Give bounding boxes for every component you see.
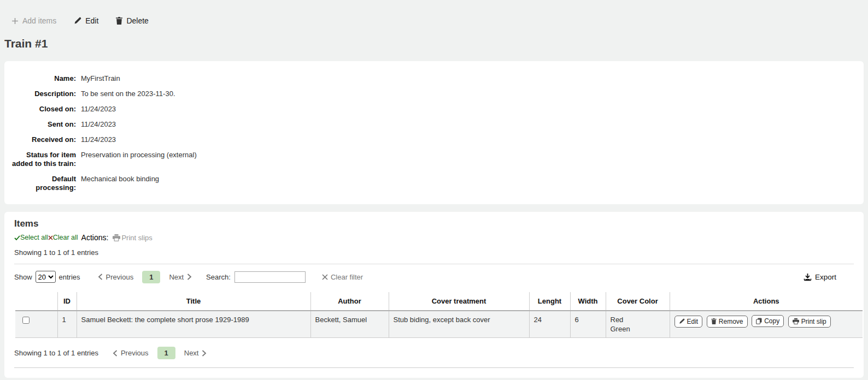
chevron-left-icon [98, 274, 103, 280]
divider [14, 264, 854, 264]
page-number-button[interactable]: 1 [142, 271, 160, 283]
column-header-author[interactable]: Author [310, 292, 389, 311]
edit-label: Edit [85, 16, 98, 25]
row-edit-label: Edit [687, 318, 699, 325]
column-header-title[interactable]: Title [77, 292, 310, 311]
previous-page-button[interactable]: Previous [98, 273, 134, 281]
items-panel: Items Select all Clear all Actions: Prin… [4, 212, 864, 378]
table-controls: Show 20 entries Previous 1 Next Search [14, 269, 854, 284]
printer-icon [793, 318, 799, 324]
trash-icon [711, 318, 717, 324]
chevron-left-icon [113, 350, 118, 357]
detail-row-sent-on: Sent on: 11/24/2023 [10, 120, 858, 129]
select-all-label: Select all [20, 233, 48, 242]
detail-label: Status for item added to this train: [10, 151, 76, 168]
search-group: Search: [206, 271, 306, 283]
add-items-label: Add items [22, 16, 56, 25]
detail-value: 11/24/2023 [81, 120, 858, 129]
row-remove-label: Remove [719, 318, 743, 325]
trash-icon [116, 17, 122, 25]
export-button[interactable]: Export [804, 273, 836, 281]
pagination-bottom: Previous 1 Next [113, 347, 207, 359]
cover-color-cell: Red Green [606, 311, 670, 338]
actions-label: Actions: [81, 233, 109, 242]
row-remove-button[interactable]: Remove [707, 316, 748, 328]
clear-all-link[interactable]: Clear all [48, 233, 78, 242]
lenght-cell: 24 [529, 311, 570, 338]
column-header-actions: Actions [670, 292, 863, 311]
printer-icon [113, 234, 120, 241]
chevron-right-icon [187, 274, 192, 280]
table-row: 1 Samuel Beckett: the complete short pro… [15, 311, 863, 338]
detail-label: Received on: [10, 135, 76, 144]
delete-label: Delete [126, 16, 148, 25]
chevron-right-icon [202, 350, 207, 357]
detail-row-status: Status for item added to this train: Pre… [10, 151, 858, 168]
column-header-cover-color[interactable]: Cover Color [606, 292, 670, 311]
divider-bottom [14, 367, 854, 368]
train-details-panel: Name: MyFirstTrain Description: To be se… [4, 61, 864, 204]
pencil-icon [74, 17, 81, 25]
cover-color-line: Green [611, 324, 665, 334]
edit-button[interactable]: Edit [74, 16, 98, 25]
detail-row-name: Name: MyFirstTrain [10, 74, 858, 83]
download-icon [804, 273, 812, 281]
detail-row-closed-on: Closed on: 11/24/2023 [10, 105, 858, 114]
page-size-select[interactable]: 20 [36, 271, 56, 283]
page-title: Train #1 [4, 37, 868, 50]
column-header-lenght[interactable]: Lenght [529, 292, 570, 311]
width-cell: 6 [570, 311, 606, 338]
table-footer: Showing 1 to 1 of 1 entries Previous 1 N… [14, 347, 858, 359]
column-header-width[interactable]: Width [570, 292, 606, 311]
detail-value: Mechanical book binding [81, 175, 858, 192]
delete-button[interactable]: Delete [116, 16, 148, 25]
detail-label: Sent on: [10, 120, 76, 129]
add-items-button[interactable]: Add items [11, 16, 56, 25]
items-table: ID Title Author Cover treatment Lenght W… [15, 292, 863, 338]
previous-page-button-bottom[interactable]: Previous [113, 349, 149, 357]
detail-label: Name: [10, 74, 76, 83]
items-actions-bar: Select all Clear all Actions: Print slip… [14, 233, 858, 242]
column-header-checkbox [15, 292, 57, 311]
next-label-bottom: Next [184, 349, 199, 357]
detail-row-received-on: Received on: 11/24/2023 [10, 135, 858, 144]
copy-icon [756, 318, 762, 324]
pagination-top: Previous 1 Next [98, 271, 192, 283]
title-cell: Samuel Beckett: the complete short prose… [77, 311, 310, 338]
cover-treatment-cell: Stub biding, except back cover [389, 311, 529, 338]
row-copy-button[interactable]: Copy [752, 315, 784, 327]
detail-value: MyFirstTrain [81, 74, 858, 83]
actions-cell: Edit Remove Copy [670, 311, 863, 338]
show-label: Show [14, 273, 32, 281]
row-edit-button[interactable]: Edit [675, 316, 703, 328]
column-header-cover-treatment[interactable]: Cover treatment [389, 292, 529, 311]
clear-filter-label: Clear filter [331, 273, 363, 281]
print-slips-label: Print slips [121, 233, 152, 242]
select-all-link[interactable]: Select all [14, 233, 48, 242]
detail-row-default-processing: Default processing: Mechanical book bind… [10, 175, 858, 192]
row-copy-label: Copy [764, 317, 779, 325]
items-heading: Items [14, 218, 858, 229]
row-select-checkbox[interactable] [22, 317, 30, 324]
column-header-id[interactable]: ID [57, 292, 77, 311]
print-slips-button[interactable]: Print slips [113, 233, 152, 242]
id-cell: 1 [57, 311, 77, 338]
next-page-button[interactable]: Next [169, 273, 192, 281]
next-page-button-bottom[interactable]: Next [184, 349, 207, 357]
search-input[interactable] [234, 271, 306, 283]
detail-value: To be sent on the 2023-11-30. [81, 90, 858, 98]
previous-label: Previous [106, 273, 134, 281]
previous-label-bottom: Previous [121, 349, 149, 357]
x-icon [322, 274, 328, 280]
page-number-button-bottom[interactable]: 1 [157, 347, 175, 359]
clear-filter-button[interactable]: Clear filter [322, 273, 363, 281]
showing-entries-text-bottom: Showing 1 to 1 of 1 entries [14, 349, 98, 357]
author-cell: Beckett, Samuel [310, 311, 389, 338]
row-print-slip-button[interactable]: Print slip [788, 316, 831, 328]
detail-value: 11/24/2023 [81, 105, 858, 114]
detail-value: 11/24/2023 [81, 135, 858, 144]
next-label: Next [169, 273, 184, 281]
clear-all-label: Clear all [53, 233, 78, 242]
entries-label: entries [59, 273, 80, 281]
detail-label: Closed on: [10, 105, 76, 114]
